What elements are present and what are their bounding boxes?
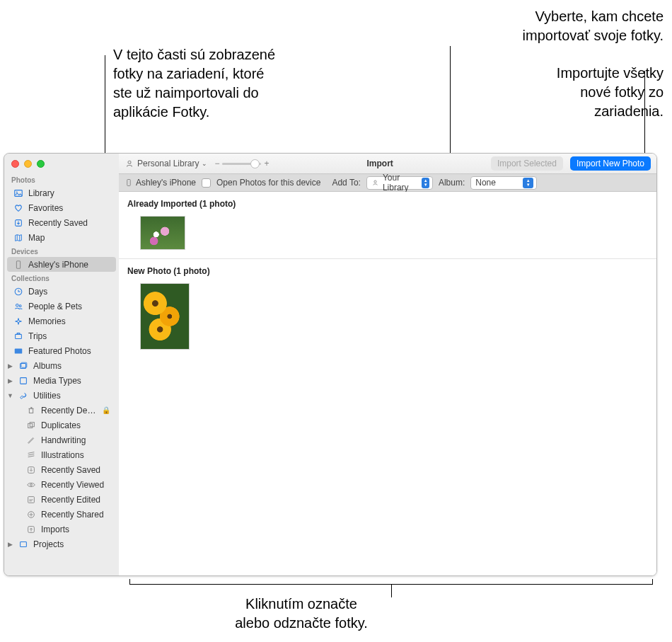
sidebar-item-recently-saved[interactable]: Recently Saved (4, 215, 119, 230)
svg-point-1 (16, 191, 17, 193)
sidebar-header-devices: Devices (4, 245, 119, 257)
popup-arrows-icon: ▲▼ (422, 178, 429, 188)
sidebar-item-utilities[interactable]: ▼ Utilities (4, 388, 119, 403)
person-icon (371, 179, 379, 187)
device-label: Ashley's iPhone (124, 178, 196, 188)
slider-thumb[interactable] (250, 159, 260, 168)
minimize-window-button[interactable] (24, 160, 32, 168)
sidebar-item-projects[interactable]: ▶ Projects (4, 537, 119, 551)
sidebar-item-label: Library (28, 188, 113, 198)
sidebar-item-featured[interactable]: Featured Photos (4, 343, 119, 358)
sidebar-item-recently-shared[interactable]: Recently Shared (4, 507, 119, 522)
people-icon (13, 301, 23, 311)
toolbar: Personal Library ⌄ − + Import Import Sel… (119, 154, 656, 174)
sidebar-item-label: Recently Saved (41, 465, 113, 475)
svg-rect-11 (20, 377, 26, 384)
sidebar-item-label: Memories (28, 316, 113, 326)
callout-line (391, 585, 392, 597)
photo-thumbnail[interactable] (140, 216, 185, 250)
sidebar-item-recently-deleted[interactable]: Recently Deleted 🔒 (4, 403, 119, 418)
sidebar-item-trips[interactable]: Trips (4, 328, 119, 343)
chevron-right-icon: ▶ (7, 377, 13, 384)
sidebar-item-imports[interactable]: Imports (4, 522, 119, 537)
chevron-down-icon: ⌄ (202, 160, 207, 167)
sidebar-item-label: Albums (33, 361, 113, 371)
sidebar-item-label: Recently Shared (41, 510, 113, 520)
close-window-button[interactable] (11, 160, 19, 168)
sidebar-item-days[interactable]: Days (4, 284, 119, 299)
sidebar-item-label: Media Types (33, 376, 113, 386)
callout-choose-destination: Vyberte, kam chceteimportovať svoje fotk… (451, 7, 664, 45)
featured-icon (13, 345, 23, 356)
callout-import-all: Importujte všetkynové fotky zozariadenia… (494, 64, 664, 121)
zoom-window-button[interactable] (37, 160, 45, 168)
import-infobar: Ashley's iPhone Open Photos for this dev… (119, 174, 656, 192)
svg-rect-7 (15, 334, 21, 338)
pencil-icon (25, 435, 36, 445)
window-controls (4, 154, 119, 173)
chevron-down-icon: ▼ (7, 392, 13, 399)
callout-already-imported: V tejto časti sú zobrazenéfotky na zaria… (113, 45, 340, 122)
sidebar-item-people[interactable]: People & Pets (4, 299, 119, 314)
callout-click-select: Kliknutím označtealebo odznačte fotky. (209, 595, 393, 633)
import-content: Already Imported (1 photo) New Photo (1 … (119, 192, 656, 575)
sidebar-item-handwriting[interactable]: Handwriting (4, 432, 119, 447)
device-name: Ashley's iPhone (136, 178, 196, 188)
album-value: None (475, 178, 496, 188)
zoom-plus: + (264, 159, 269, 168)
share-icon (25, 509, 36, 520)
sidebar-item-albums[interactable]: ▶ Albums (4, 358, 119, 373)
add-to-popup[interactable]: Your Library ▲▼ (366, 176, 433, 190)
download-icon (25, 464, 36, 475)
import-new-button[interactable]: Import New Photo (570, 156, 651, 171)
slider-track[interactable] (222, 163, 261, 165)
open-photos-checkbox[interactable] (202, 178, 211, 188)
sidebar-item-library[interactable]: Library (4, 185, 119, 200)
svg-point-22 (374, 180, 376, 183)
sidebar-item-recently-viewed[interactable]: Recently Viewed (4, 477, 119, 492)
calendar-icon (13, 286, 23, 297)
sidebar: Photos Library Favorites Recently Saved … (4, 154, 119, 575)
sidebar-item-duplicates[interactable]: Duplicates (4, 418, 119, 432)
svg-rect-3 (16, 260, 20, 268)
photo-thumbnail[interactable] (140, 283, 190, 350)
suitcase-icon (13, 331, 23, 341)
sidebar-item-label: Featured Photos (28, 346, 113, 356)
new-photo-row (119, 280, 656, 358)
sidebar-item-label: Recently Edited (41, 495, 113, 505)
sidebar-item-illustrations[interactable]: Illustrations (4, 447, 119, 462)
import-selected-button[interactable]: Import Selected (491, 156, 563, 171)
zoom-slider[interactable]: − + (214, 159, 269, 168)
svg-rect-8 (14, 348, 22, 353)
section-already-imported: Already Imported (1 photo) (119, 192, 656, 213)
library-switcher[interactable]: Personal Library ⌄ (124, 159, 207, 168)
duplicates-icon (25, 420, 36, 430)
sidebar-item-recently-saved-util[interactable]: Recently Saved (4, 462, 119, 477)
sidebar-item-label: People & Pets (28, 302, 113, 311)
zoom-minus: − (214, 159, 219, 168)
svg-point-15 (30, 483, 32, 486)
sidebar-item-label: Handwriting (41, 435, 113, 445)
popup-arrows-icon: ▲▼ (523, 178, 533, 188)
sidebar-item-device[interactable]: Ashley's iPhone (7, 257, 116, 272)
albums-icon (18, 360, 28, 371)
sidebar-item-favorites[interactable]: Favorites (4, 200, 119, 215)
svg-point-20 (128, 161, 131, 164)
sidebar-item-media-types[interactable]: ▶ Media Types (4, 373, 119, 388)
sidebar-item-map[interactable]: Map (4, 230, 119, 245)
album-popup[interactable]: None ▲▼ (470, 176, 537, 190)
sidebar-item-recently-edited[interactable]: Recently Edited (4, 492, 119, 507)
wrench-icon (18, 390, 28, 401)
sidebar-item-memories[interactable]: Memories (4, 314, 119, 328)
callout-line (644, 71, 645, 157)
media-icon (18, 375, 28, 386)
sidebar-item-label: Projects (33, 539, 113, 549)
sidebar-item-label: Recently Deleted (41, 406, 97, 415)
toolbar-title: Import (276, 159, 484, 168)
sidebar-item-label: Map (28, 233, 113, 243)
phone-icon (124, 178, 133, 187)
download-icon (13, 217, 23, 228)
sidebar-item-label: Illustrations (41, 450, 113, 460)
add-to-value: Your Library (383, 173, 415, 193)
sidebar-header-photos: Photos (4, 173, 119, 185)
